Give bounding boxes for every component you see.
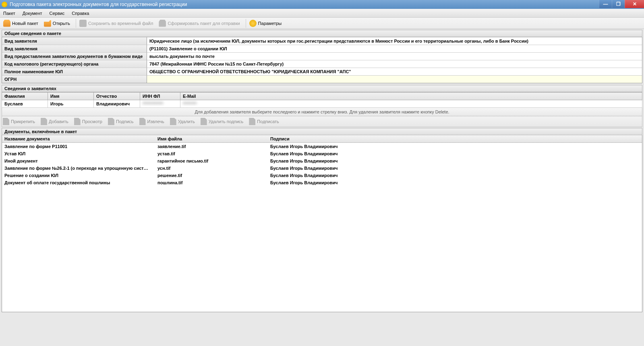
- maximize-button[interactable]: ❐: [612, 0, 625, 8]
- docs-cell-name: Заявление по форме №26.2-1 (о переходе н…: [2, 165, 155, 172]
- th-name[interactable]: Имя: [48, 93, 94, 100]
- docs-row[interactable]: Решение о создании ЮЛрешение.tifБуслаев …: [2, 172, 642, 179]
- docs-cell-name: Заявление по форме Р11001: [2, 143, 155, 150]
- form-paket-button[interactable]: Сформировать пакет для отправки: [157, 19, 241, 28]
- docs-cell-name: Решение о создании ЮЛ: [2, 172, 155, 179]
- label-ogrn: ОГРН: [2, 75, 147, 83]
- value-paper-delivery[interactable]: выслать документы по почте: [147, 52, 642, 60]
- open-button[interactable]: Открыть: [42, 19, 72, 28]
- label-tax-authority: Код налогового (регистрирующего) органа: [2, 60, 147, 68]
- value-applicant-type[interactable]: Юридическое лицо (за исключением ЮЛ, док…: [147, 37, 642, 45]
- delete-sign-icon: [201, 118, 207, 125]
- sign-label: Подпись: [116, 119, 134, 124]
- toolbar-separator: [76, 19, 76, 28]
- docs-cell-sign: Буслаев Игорь Владимирович: [268, 143, 642, 150]
- delete-icon: [170, 118, 176, 125]
- label-applicant-type: Вид заявителя: [2, 37, 147, 45]
- label-paper-delivery: Вид предоставления заявителю документов …: [2, 52, 147, 60]
- form-icon: [159, 20, 166, 27]
- docs-cell-sign: Буслаев Игорь Владимирович: [268, 157, 642, 165]
- sign-icon: [108, 118, 114, 125]
- sign-button[interactable]: Подпись: [108, 118, 134, 125]
- docs-cell-file: решение.tif: [155, 172, 268, 179]
- params-button[interactable]: Параметры: [248, 19, 284, 28]
- add-label: Добавить: [49, 119, 68, 124]
- docs-cell-name: Документ об оплате государственной пошли…: [2, 179, 155, 186]
- docs-cell-name: Устав ЮЛ: [2, 150, 155, 157]
- value-tax-authority[interactable]: 7847 (Межрайонная ИФНС России №15 по Сан…: [147, 60, 642, 68]
- add-button[interactable]: Добавить: [41, 118, 68, 125]
- open-icon: [44, 20, 51, 27]
- cell-patronymic: Владимирович: [94, 100, 140, 108]
- applicants-hint: Для добавления заявителя выберите послед…: [2, 108, 642, 116]
- delete-sign-button[interactable]: Удалить подпись: [201, 118, 244, 125]
- docs-cell-file: заявление.tif: [155, 143, 268, 150]
- toolbar-separator: [246, 19, 246, 28]
- docs-th-file[interactable]: Имя файла: [155, 135, 268, 142]
- minimize-button[interactable]: —: [599, 0, 612, 8]
- view-button[interactable]: Просмотр: [74, 118, 102, 125]
- new-paket-button[interactable]: Новый пакет: [2, 19, 40, 28]
- save-temp-button[interactable]: Сохранить во временный файл: [78, 19, 155, 28]
- docs-cell-sign: Буслаев Игорь Владимирович: [268, 172, 642, 179]
- menu-help[interactable]: Справка: [72, 11, 89, 16]
- app-icon: [2, 2, 7, 7]
- docs-row[interactable]: Устав ЮЛустав.tifБуслаев Игорь Владимиро…: [2, 150, 642, 157]
- docs-th-name[interactable]: Название документа: [2, 135, 155, 142]
- value-full-name[interactable]: ОБЩЕСТВО С ОГРАНИЧЕННОЙ ОТВЕТСТВЕННОСТЬЮ…: [147, 68, 642, 75]
- cell-surname: Буслаев: [2, 100, 48, 108]
- signall-button[interactable]: Подписать: [249, 118, 279, 125]
- doc-toolbar: Прикрепить Добавить Просмотр Подпись Изв…: [2, 116, 642, 127]
- th-surname[interactable]: Фамилия: [2, 93, 48, 100]
- docs-row[interactable]: Иной документгарантийное письмо.tifБусла…: [2, 157, 642, 165]
- applicants-table[interactable]: Фамилия Имя Отчество ИНН ФЛ E-Mail Бусла…: [2, 92, 642, 108]
- th-inn[interactable]: ИНН ФЛ: [140, 93, 180, 100]
- delete-sign-label: Удалить подпись: [209, 119, 244, 124]
- docs-cell-file: гарантийное письмо.tif: [155, 157, 268, 165]
- extract-icon: [139, 118, 146, 125]
- value-ogrn[interactable]: [147, 75, 642, 83]
- view-icon: [74, 118, 81, 125]
- add-icon: [41, 118, 47, 125]
- delete-button[interactable]: Удалить: [170, 118, 195, 125]
- menubar: Пакет Документ Сервис Справка: [0, 9, 644, 18]
- th-patronymic[interactable]: Отчество: [94, 93, 140, 100]
- section-general-header: Общие сведения о пакете: [2, 30, 642, 37]
- general-info-grid: Вид заявителя Юридическое лицо (за исклю…: [2, 37, 642, 83]
- extract-label: Извлечь: [147, 119, 164, 124]
- gear-icon: [249, 20, 257, 27]
- menu-paket[interactable]: Пакет: [3, 11, 15, 16]
- docs-row[interactable]: Заявление по форме Р11001заявление.tifБу…: [2, 143, 642, 150]
- menu-document[interactable]: Документ: [23, 11, 42, 16]
- close-button[interactable]: ✕: [625, 0, 644, 8]
- docs-row[interactable]: Документ об оплате государственной пошли…: [2, 179, 642, 186]
- docs-row[interactable]: Заявление по форме №26.2-1 (о переходе н…: [2, 165, 642, 172]
- docs-grid[interactable]: Название документа Имя файла Подписи Зая…: [2, 135, 642, 312]
- cell-name: Игорь: [48, 100, 94, 108]
- signall-icon: [249, 118, 255, 125]
- cell-inn: ************: [140, 100, 180, 108]
- save-label: Сохранить во временный файл: [88, 21, 153, 26]
- delete-label: Удалить: [178, 119, 195, 124]
- menu-service[interactable]: Сервис: [50, 11, 65, 16]
- params-label: Параметры: [258, 21, 282, 26]
- value-application-type[interactable]: (Р11001) Заявление о создании ЮЛ: [147, 45, 642, 52]
- applicant-row[interactable]: Буслаев Игорь Владимирович ************ …: [2, 100, 642, 108]
- docs-cell-name: Иной документ: [2, 157, 155, 165]
- attach-label: Прикрепить: [11, 119, 35, 124]
- window-title: Подготовка пакета электронных документов…: [10, 2, 187, 7]
- new-icon: [3, 20, 10, 27]
- attach-button[interactable]: Прикрепить: [3, 118, 35, 125]
- docs-cell-file: усн.tif: [155, 165, 268, 172]
- label-application-type: Вид заявления: [2, 45, 147, 52]
- label-full-name: Полное наименование ЮЛ: [2, 68, 147, 75]
- th-email[interactable]: E-Mail: [180, 93, 642, 100]
- section-docs-header: Документы, включённые в пакет: [2, 128, 642, 135]
- extract-button[interactable]: Извлечь: [139, 118, 164, 125]
- view-label: Просмотр: [82, 119, 102, 124]
- attach-icon: [3, 118, 9, 125]
- docs-cell-sign: Буслаев Игорь Владимирович: [268, 165, 642, 172]
- window-titlebar: Подготовка пакета электронных документов…: [0, 0, 644, 9]
- docs-cell-sign: Буслаев Игорь Владимирович: [268, 179, 642, 186]
- docs-th-sign[interactable]: Подписи: [268, 135, 642, 142]
